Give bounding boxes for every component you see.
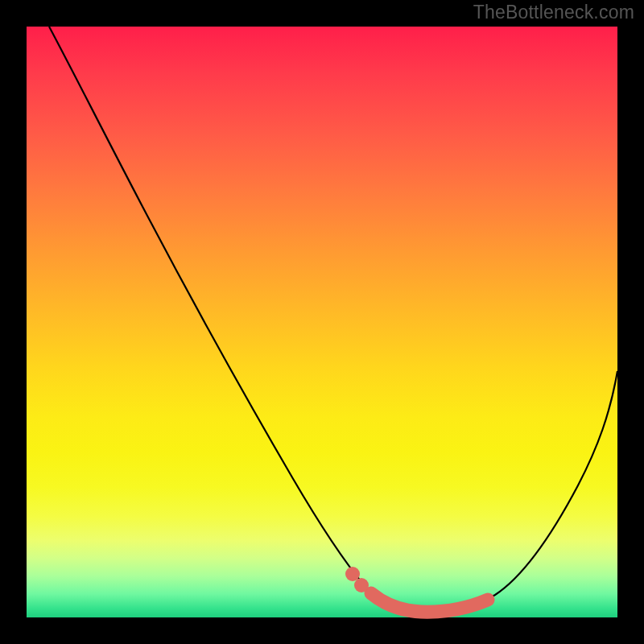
highlight-dot-1 [345,567,360,581]
chart-frame: TheBottleneck.com [0,0,644,644]
highlight-valley [371,593,488,612]
curve-svg [27,27,617,617]
highlight-dot-2 [354,578,369,592]
bottleneck-curve [49,27,617,613]
plot-area [27,27,617,617]
watermark-text: TheBottleneck.com [473,2,634,23]
